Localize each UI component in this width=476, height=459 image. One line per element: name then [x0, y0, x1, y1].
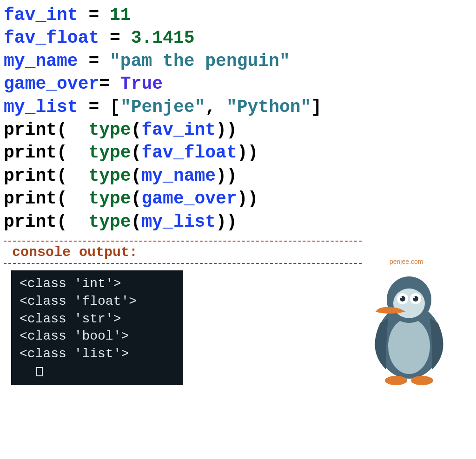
paren-close-both: )): [216, 120, 237, 140]
arg-fav-float: fav_float: [141, 143, 237, 163]
literal-string-penjee: "Penjee": [120, 97, 205, 117]
fn-print: print: [4, 120, 57, 140]
fn-type: type: [88, 189, 131, 209]
paren-open-inner: (: [131, 212, 142, 232]
assign-op: =: [78, 97, 110, 117]
comma: ,: [205, 97, 226, 117]
code-line-6: print( type(fav_int)): [4, 118, 472, 141]
fn-print: print: [4, 189, 57, 209]
literal-int-11: 11: [110, 5, 131, 25]
paren-open-inner: (: [131, 120, 142, 140]
svg-point-3: [393, 289, 425, 318]
paren-close-both: )): [237, 143, 258, 163]
console-line-1: <class 'int'>: [20, 275, 173, 293]
fn-type: type: [88, 143, 131, 163]
paren-open-inner: (: [131, 166, 142, 186]
fn-print: print: [4, 166, 57, 186]
var-game-over: game_over: [4, 74, 99, 94]
paren-close-both: )): [237, 189, 258, 209]
literal-bool-true: True: [120, 74, 163, 94]
arg-game-over: game_over: [141, 189, 237, 209]
branding-caption: penjee.com: [390, 258, 423, 265]
penguin-icon: [363, 267, 456, 388]
code-line-9: print( type(game_over)): [4, 187, 472, 210]
console-output-label: console output:: [4, 242, 362, 263]
code-line-10: print( type(my_list)): [4, 210, 472, 233]
paren-open-inner: (: [131, 143, 142, 163]
var-fav-float: fav_float: [4, 28, 99, 48]
console-line-5: <class 'list'>: [20, 345, 173, 363]
var-my-name: my_name: [4, 51, 78, 71]
paren-open: (: [57, 166, 88, 186]
arg-my-list: my_list: [141, 212, 216, 232]
var-fav-int: fav_int: [4, 5, 78, 25]
code-line-1: fav_int = 11: [4, 4, 472, 26]
code-line-5: my_list = ["Penjee", "Python"]: [4, 96, 472, 118]
assign-op: =: [99, 74, 120, 94]
paren-open: (: [57, 143, 88, 163]
svg-point-11: [411, 376, 433, 385]
console-output-box: <class 'int'> <class 'float'> <class 'st…: [11, 270, 183, 385]
assign-op: =: [78, 5, 110, 25]
literal-string-python: "Python": [226, 97, 311, 117]
code-line-3: my_name = "pam the penguin": [4, 50, 472, 72]
fn-type: type: [88, 212, 131, 232]
bracket-open: [: [110, 97, 120, 117]
console-cursor: [20, 363, 173, 380]
svg-point-8: [400, 296, 402, 298]
fn-print: print: [4, 143, 57, 163]
code-line-8: print( type(my_name)): [4, 164, 472, 187]
svg-point-1: [388, 318, 430, 374]
code-block: fav_int = 11 fav_float = 3.1415 my_name …: [4, 4, 472, 233]
assign-op: =: [99, 28, 131, 48]
paren-open: (: [57, 189, 88, 209]
paren-open-inner: (: [131, 189, 142, 209]
svg-point-10: [385, 376, 407, 385]
console-divider: console output:: [4, 241, 362, 264]
assign-op: =: [78, 51, 110, 71]
fn-print: print: [4, 212, 57, 232]
var-my-list: my_list: [4, 97, 78, 117]
paren-open: (: [57, 120, 88, 140]
code-line-4: game_over= True: [4, 72, 472, 95]
paren-close-both: )): [216, 166, 237, 186]
svg-point-9: [413, 296, 415, 298]
console-line-4: <class 'bool'>: [20, 328, 173, 345]
code-line-2: fav_float = 3.1415: [4, 26, 472, 49]
fn-type: type: [88, 120, 131, 140]
dashed-divider-bottom: [4, 263, 362, 264]
arg-fav-int: fav_int: [141, 120, 216, 140]
console-line-3: <class 'str'>: [20, 310, 173, 328]
console-line-2: <class 'float'>: [20, 293, 173, 310]
literal-string-name: "pam the penguin": [110, 51, 290, 71]
code-line-7: print( type(fav_float)): [4, 141, 472, 164]
fn-type: type: [88, 166, 131, 186]
arg-my-name: my_name: [141, 166, 216, 186]
paren-close-both: )): [216, 212, 237, 232]
literal-float-pi: 3.1415: [131, 28, 195, 48]
bracket-close: ]: [311, 97, 322, 117]
paren-open: (: [57, 212, 88, 232]
